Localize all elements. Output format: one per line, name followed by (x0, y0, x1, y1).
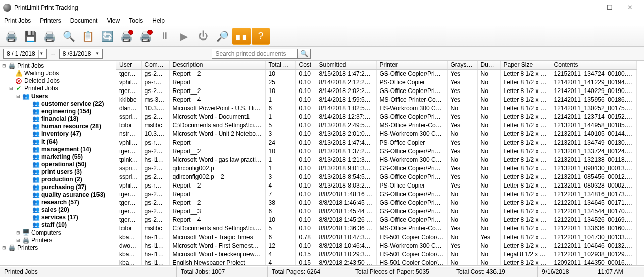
tree-printed-jobs[interactable]: Printed Jobs (24, 85, 58, 92)
tree-group-item[interactable]: financial (18) (41, 115, 78, 122)
tree-panel[interactable]: ⊟ 🖨️ Print Jobs ⚠️ Waiting Jobs ⨂ Delete… (0, 61, 116, 265)
search-button[interactable]: 🔍 (60, 28, 78, 45)
date-from-picker[interactable]: 8 / 1 /2018 ▼ (3, 49, 47, 59)
tree-group-item[interactable]: quality asurance (153) (41, 191, 105, 198)
refresh-button[interactable]: 🔄 (98, 28, 116, 45)
chart-button[interactable]: ∎∎ (232, 28, 251, 45)
printer-stop1-button[interactable]: 🖨️ (117, 28, 135, 45)
preview-button[interactable]: 🔎 (213, 28, 231, 45)
tree-group-item[interactable]: purchasing (37) (41, 183, 86, 191)
table-row[interactable]: tgerbergs-203cReport70.108/8/2018 1:48:1… (116, 190, 636, 199)
expander-icon[interactable]: ⊞ (15, 229, 21, 236)
column-header-pages[interactable]: Total Pages (265, 61, 295, 70)
table-row[interactable]: tgerbergs-203cReport__2100.108/13/2018 1… (116, 147, 636, 156)
column-header-submitted[interactable]: Submitted (316, 61, 376, 70)
menu-print-jobs[interactable]: Print Jobs (3, 16, 32, 25)
minimize-button[interactable]: — (579, 1, 600, 15)
table-row[interactable]: ssprin...gs-201dqdirconfig002.p10.108/13… (116, 164, 636, 173)
menu-view[interactable]: View (106, 16, 121, 25)
expander-icon[interactable]: ⊟ (1, 63, 7, 69)
tree-printers[interactable]: Printers (31, 237, 52, 244)
tree-group-item[interactable]: customer service (22) (41, 100, 104, 107)
menu-printers[interactable]: Printers (39, 16, 62, 25)
table-row[interactable]: kbanzeths-l1507Microsoft Word - Tragic T… (116, 233, 636, 242)
menu-tools[interactable]: Tools (128, 16, 144, 25)
expander-icon[interactable]: ⊞ (1, 245, 7, 251)
column-header-paper[interactable]: Paper Size (500, 61, 551, 70)
table-row[interactable]: dwoodshs-l1507Microsoft Word - First Sem… (116, 242, 636, 250)
table-row[interactable]: tgerbergs-203cReport__2100.108/15/2018 1… (116, 70, 636, 79)
dropdown-icon[interactable]: ▼ (38, 50, 44, 58)
column-header-description[interactable]: Description (169, 61, 265, 70)
table-row[interactable]: ssprin...gs-201dMicrosoft Word - Documen… (116, 113, 636, 121)
tree-waiting-jobs[interactable]: Waiting Jobs (24, 70, 59, 77)
expander-icon[interactable]: ⊟ (15, 93, 21, 99)
tree-group-item[interactable]: human resource (28) (41, 123, 101, 130)
column-header-user[interactable]: User (116, 61, 141, 70)
column-header-gray[interactable]: Grayscale (447, 61, 477, 70)
tree-group-item[interactable]: marketing (55) (41, 153, 83, 160)
tree-computers[interactable]: Computers (31, 229, 61, 236)
table-row[interactable]: tgerbergs-203cReport__2380.108/8/2018 1:… (116, 199, 636, 207)
menu-document[interactable]: Document (69, 16, 99, 25)
tree-root-print-jobs[interactable]: Print Jobs (17, 62, 44, 69)
column-header-computer[interactable]: Computer (141, 61, 169, 70)
tree-group-item[interactable]: operational (50) (41, 161, 86, 168)
table-row[interactable]: tgerbergs-203cReport__360.108/8/2018 1:4… (116, 207, 636, 216)
play-button[interactable]: ▶ (175, 28, 193, 45)
table-row[interactable]: tgerbergs-203cReport__4100.108/8/2018 1:… (116, 216, 636, 224)
date-to-picker[interactable]: 8 /31/2018 ▼ (59, 49, 103, 59)
jobs-grid[interactable]: UserComputerDescriptionTotal PagesCostSu… (116, 61, 644, 265)
help-button[interactable]: ? (252, 28, 270, 45)
column-header-duplex[interactable]: Duplex (477, 61, 500, 70)
save-button[interactable]: 💾 (21, 28, 39, 45)
table-row[interactable]: lciformslibcC:\Documents and Settings\lc… (116, 121, 636, 130)
power-button[interactable]: ⏻ (194, 28, 212, 45)
table-row[interactable]: lciformslibcC:\Documents and Settings\lc… (116, 224, 636, 233)
tree-printers-root[interactable]: Printers (17, 244, 38, 251)
table-row[interactable]: tgerbergs-203cReport__2100.108/14/2018 2… (116, 87, 636, 96)
cell-gray: Yes (447, 78, 477, 87)
printer-stop2-button[interactable]: 🖨️ (136, 28, 155, 45)
expander-icon[interactable]: ⊞ (15, 237, 21, 243)
tree-group-item[interactable]: engineering (154) (41, 108, 91, 115)
pause-icon: ⏸ (160, 30, 170, 42)
tree-group-item[interactable]: print users (3) (41, 168, 82, 175)
search-go-button[interactable]: 🔍 (298, 49, 311, 59)
print2-button[interactable]: 🖨️ (40, 28, 59, 45)
cell-printer: HS-Workroom 300 Copier (376, 130, 447, 138)
tree-group-item[interactable]: research (57) (41, 199, 79, 206)
table-row[interactable]: vphillipsps-rm7...Report240.108/13/2018 … (116, 138, 636, 147)
tree-users[interactable]: Users (31, 93, 48, 100)
maximize-button[interactable]: ☐ (600, 1, 620, 15)
table-row[interactable]: vphillipsps-rm7...Report__240.108/13/201… (116, 181, 636, 190)
table-row[interactable]: tpinke...hs-l1515Microsoft Word - gas la… (116, 156, 636, 164)
clipboard-button[interactable]: 📋 (79, 28, 97, 45)
expander-icon[interactable]: ⊟ (8, 85, 14, 91)
tree-group-item[interactable]: it (64) (41, 138, 58, 145)
table-row[interactable]: dlandes10.3.29...Microsoft PowerPoint - … (116, 104, 636, 113)
table-row[interactable]: ssprin...gs-201dqdirconfig002.p__230.108… (116, 173, 636, 181)
column-header-cost[interactable]: Cost (295, 61, 316, 70)
menu-help[interactable]: Help (151, 16, 166, 25)
tree-group-item[interactable]: production (2) (41, 176, 82, 183)
column-header-printer[interactable]: Printer (376, 61, 447, 70)
table-row[interactable]: kbanzeths-l1507English Newspaper Project… (116, 259, 636, 265)
cell-computer: 10.3.29... (141, 104, 169, 113)
table-row[interactable]: kkibbems-332dReport__410.108/14/2018 1:5… (116, 96, 636, 104)
tree-group-item[interactable]: staff (10) (41, 221, 67, 228)
search-input[interactable] (212, 49, 298, 59)
print-button[interactable]: 🖨️ (2, 28, 20, 45)
table-row[interactable]: vphillipsps-rm7...Report250.108/14/2018 … (116, 78, 636, 87)
table-row[interactable]: nstref...10.3.29...Microsoft Word - Unit… (116, 130, 636, 138)
close-button[interactable]: ✕ (620, 1, 640, 15)
table-row[interactable]: kbanzeths-l1507Microsoft Word - breckenj… (116, 250, 636, 259)
tree-group-item[interactable]: services (17) (41, 214, 78, 221)
pause-button[interactable]: ⏸ (156, 28, 174, 45)
tree-deleted-jobs[interactable]: Deleted Jobs (24, 77, 60, 84)
tree-group-item[interactable]: sales (20) (41, 206, 69, 213)
column-header-contents[interactable]: Contents (551, 61, 636, 70)
tree-group-item[interactable]: inventory (47) (41, 130, 81, 137)
dropdown-icon[interactable]: ▼ (94, 50, 100, 58)
tree-group-item[interactable]: management (14) (41, 146, 91, 153)
